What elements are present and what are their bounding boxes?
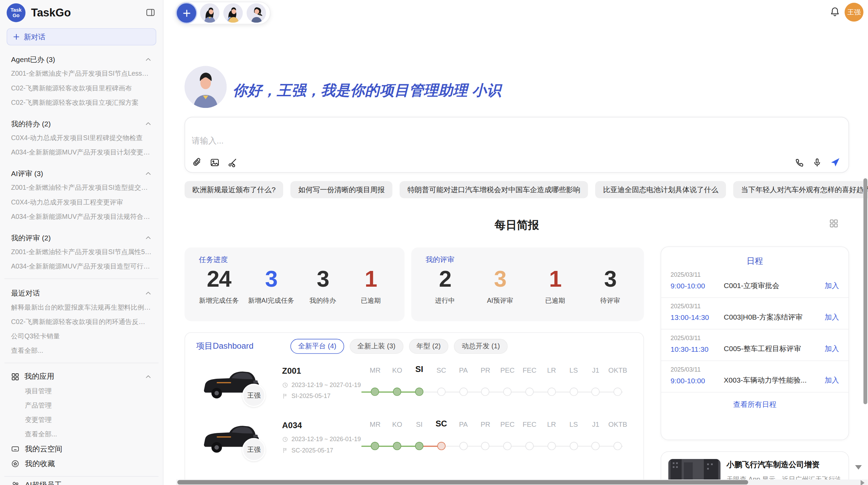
view-all-schedule-link[interactable]: 查看所有日程 bbox=[661, 400, 848, 410]
event-time: 9:00-10:00 bbox=[671, 376, 724, 384]
phone-icon[interactable] bbox=[795, 158, 804, 167]
dashboard-tab[interactable]: 全新上装 (3) bbox=[350, 339, 403, 354]
sidebar-section-header[interactable]: AI评审 (3) bbox=[7, 167, 156, 181]
project-flag: SI-2025-05-17 bbox=[282, 393, 330, 399]
milestone-dot bbox=[526, 442, 534, 450]
notification-bell-icon[interactable] bbox=[830, 7, 840, 17]
milestone-dot bbox=[503, 388, 511, 396]
app-item[interactable]: 变更管理 bbox=[7, 412, 156, 427]
suggestion-chip[interactable]: 欧洲新规最近颁布了什么? bbox=[184, 181, 283, 198]
panel-toggle-icon[interactable] bbox=[146, 8, 155, 17]
grid-icon[interactable] bbox=[829, 219, 838, 228]
sidebar-item[interactable]: C0X4-动力总成开发项目SI里程碑提交物检查 bbox=[7, 131, 156, 145]
app-title: TaskGo bbox=[31, 7, 71, 19]
milestone-progress bbox=[361, 446, 419, 447]
sidebar-item[interactable]: Z001-全新燃油轻卡产品开发项目SI造型提交物评审 bbox=[7, 181, 156, 195]
recent-view-all-link[interactable]: 查看全部... bbox=[7, 343, 156, 358]
event-time: 13:00-14:30 bbox=[671, 313, 724, 321]
my-review-card: 我的评审2进行中3AI预评审1已逾期3待评审 bbox=[411, 248, 644, 321]
recent-chat-item[interactable]: 解释最新出台的欧盟报废车法规再生塑料比例被调至15%... bbox=[7, 300, 156, 314]
milestone-dot bbox=[503, 442, 511, 450]
my-apps-header[interactable]: 我的应用 bbox=[7, 369, 156, 384]
sidebar-section-header[interactable]: 我的评审 (2) bbox=[7, 231, 156, 245]
image-icon[interactable] bbox=[210, 158, 219, 167]
recent-chats-header[interactable]: 最近对话 bbox=[7, 286, 156, 300]
app-item[interactable]: 产品管理 bbox=[7, 398, 156, 412]
horizontal-scrollbar-thumb[interactable] bbox=[177, 480, 748, 485]
agent-avatar-1[interactable] bbox=[200, 3, 220, 23]
stat: 2进行中 bbox=[426, 266, 465, 306]
sidebar-section-label: AI评审 (3) bbox=[11, 169, 43, 178]
sidebar-item[interactable]: C02-飞腾新能源轻客改款项目立项汇报方案 bbox=[7, 95, 156, 110]
stat-value: 3 bbox=[248, 266, 294, 293]
logo-line1: Task bbox=[11, 7, 22, 13]
schedule-events: 2025/03/119:00-10:00C001-立项审批会加入2025/03/… bbox=[661, 266, 848, 393]
sidebar-link-badge-star[interactable]: 我的收藏 bbox=[7, 456, 156, 471]
join-link[interactable]: 加入 bbox=[825, 312, 839, 322]
milestone-dot bbox=[569, 442, 578, 450]
join-link[interactable]: 加入 bbox=[825, 344, 839, 354]
user-avatar[interactable]: 王强 bbox=[845, 3, 864, 22]
task-progress-card: 任务进度24新增完成任务3新增AI完成任务3我的待办1已逾期 bbox=[184, 248, 405, 321]
sidebar-item[interactable]: A034-全新新能源MUV产品开发项目法规符合性评审 bbox=[7, 209, 156, 224]
sidebar-item[interactable]: Z001-全新燃油皮卡产品开发项目SI节点Lesson Learn报告 bbox=[7, 66, 156, 81]
scroll-down-arrow[interactable] bbox=[855, 465, 861, 470]
agent-avatar-2[interactable] bbox=[223, 3, 243, 23]
join-link[interactable]: 加入 bbox=[825, 281, 839, 291]
sidebar-link-cloud-box[interactable]: 我的云空间 bbox=[7, 441, 156, 456]
milestone-dot bbox=[614, 388, 622, 396]
sidebar-section-header[interactable]: 我的待办 (2) bbox=[7, 117, 156, 130]
project-row: 王强A0342023-12-19 ~ 2026-01-19SC-2025-05-… bbox=[185, 416, 643, 470]
stat-row: 24新增完成任务3新增AI完成任务3我的待办1已逾期 bbox=[199, 266, 390, 306]
new-chat-button[interactable]: 新对话 bbox=[7, 28, 156, 45]
stat-card-title: 任务进度 bbox=[199, 255, 390, 265]
event-name: X003-车辆动力学性能验... bbox=[724, 375, 820, 385]
app-item[interactable]: 项目管理 bbox=[7, 384, 156, 398]
event-main: 13:00-14:30C003|H0B-方案冻结评审加入 bbox=[671, 312, 839, 322]
stat-value: 3 bbox=[591, 266, 629, 293]
suggestion-chip[interactable]: 当下年轻人对汽车外观有怎样的喜好趋势 bbox=[733, 181, 868, 198]
join-link[interactable]: 加入 bbox=[825, 375, 839, 385]
sidebar-item[interactable]: C0X4-动力总成开发项目工程变更评审 bbox=[7, 195, 156, 209]
stat-value: 1 bbox=[351, 266, 390, 293]
apps-view-all-link[interactable]: 查看全部... bbox=[7, 427, 156, 441]
scroll-right-arrow[interactable] bbox=[861, 480, 865, 485]
composer-right-tools bbox=[795, 157, 840, 167]
stat-label: 已逾期 bbox=[536, 296, 575, 306]
stat-row: 2进行中3AI预评审1已逾期3待评审 bbox=[426, 266, 630, 306]
schedule-event: 2025/03/119:00-10:00C001-立项审批会加入 bbox=[661, 266, 848, 298]
mic-icon[interactable] bbox=[812, 158, 822, 167]
sidebar-section-header[interactable]: Agent已办 (3) bbox=[7, 53, 156, 66]
agent-avatar-3[interactable] bbox=[246, 3, 266, 23]
scissors-icon[interactable] bbox=[228, 158, 237, 167]
dashboard-tab[interactable]: 全新平台 (4) bbox=[290, 339, 344, 354]
sidebar-section-label: Agent已办 (3) bbox=[11, 54, 55, 64]
recent-chat-item[interactable]: 公司Q3轻卡销量 bbox=[7, 329, 156, 343]
send-icon[interactable] bbox=[830, 157, 840, 167]
dashboard-tab[interactable]: 动总开发 (1) bbox=[454, 339, 507, 354]
suggestion-chip[interactable]: 特朗普可能对进口汽车增税会对中国车企造成哪些影响 bbox=[400, 181, 588, 198]
sidebar-item[interactable]: Z001-全新燃油轻卡产品开发项目SI节点属性5D文件评审 bbox=[7, 245, 156, 259]
sidebar-tool-users[interactable]: AI超级员工 bbox=[7, 477, 156, 485]
project-flag-text: SI-2025-05-17 bbox=[291, 393, 330, 399]
sidebar-item[interactable]: A034-全新新能源MUV产品开发项目计划变更表编写 bbox=[7, 145, 156, 160]
vertical-scrollbar[interactable] bbox=[864, 178, 867, 405]
sidebar-item[interactable]: A034-全新新能源MUV产品开发项目造型可行性评审 bbox=[7, 259, 156, 274]
greeting-text: 你好，王强，我是你的项目管理助理 小识 bbox=[233, 81, 502, 100]
sidebar-header: Task Go TaskGo bbox=[7, 0, 156, 25]
recent-chat-item[interactable]: C02-飞腾新能源轻客改款项目的闭环通告反馈情况 bbox=[7, 314, 156, 329]
paperclip-icon[interactable] bbox=[192, 158, 202, 167]
milestone-dot bbox=[415, 388, 423, 396]
milestone-dot bbox=[592, 442, 600, 450]
suggestion-chip[interactable]: 如何写一份清晰的项目周报 bbox=[290, 181, 392, 198]
project-dashboard-card: 项目Dashboard 全新平台 (4)全新上装 (3)年型 (2)动总开发 (… bbox=[184, 332, 644, 485]
milestone-dot bbox=[614, 442, 622, 450]
chat-input[interactable] bbox=[191, 135, 592, 146]
stat-label: AI预评审 bbox=[481, 296, 519, 306]
dashboard-tab[interactable]: 年型 (2) bbox=[409, 339, 448, 354]
add-agent-button[interactable] bbox=[177, 3, 196, 23]
sidebar-item[interactable]: C02-飞腾新能源轻客改款项目里程碑画布 bbox=[7, 81, 156, 95]
badge-star-icon bbox=[11, 460, 19, 468]
suggestion-chip[interactable]: 比亚迪全固态电池计划具体说了什么 bbox=[595, 181, 726, 198]
message-composer bbox=[184, 117, 849, 173]
